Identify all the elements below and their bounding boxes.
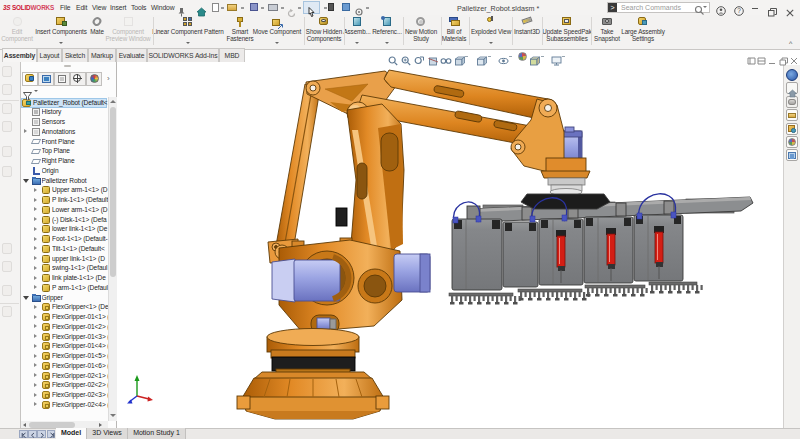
svg-text:?: ? [737, 7, 741, 14]
